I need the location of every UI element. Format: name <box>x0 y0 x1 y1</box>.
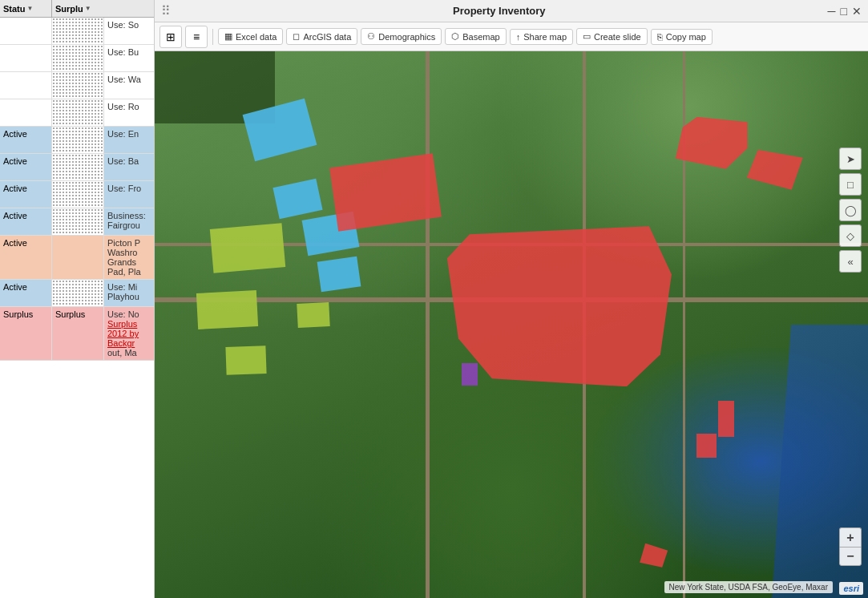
share-icon: ↑ <box>516 32 521 42</box>
surplus-cell <box>52 72 104 99</box>
layers-icon: ⊞ <box>166 30 176 43</box>
status-cell: Active <box>0 280 52 306</box>
copy-icon: ⎘ <box>657 32 663 42</box>
description-cell: Use: En <box>104 127 154 153</box>
description-cell: Use: So <box>104 18 154 44</box>
separator-1 <box>212 29 213 45</box>
road-vertical-1 <box>426 51 430 598</box>
left-table-panel: Statu ▼ Surplu ▼ Use: SoUse: BuUse: WaUs… <box>0 0 155 598</box>
surplus-cell <box>52 18 104 44</box>
table-row[interactable]: SurplusSurplusUse: NoSurplus2012 byBackg… <box>0 307 154 361</box>
excel-icon: ▦ <box>224 31 232 42</box>
surplus-cell <box>52 236 104 279</box>
excel-data-button[interactable]: ▦ Excel data <box>218 28 283 45</box>
table-row[interactable]: ActiveUse: En <box>0 127 154 154</box>
zoom-in-button[interactable]: + <box>839 527 862 547</box>
table-row[interactable]: Use: Bu <box>0 45 154 72</box>
arcgis-data-label: ArcGIS data <box>303 32 351 42</box>
description-cell: Use: Wa <box>104 72 154 99</box>
table-row[interactable]: ActiveUse: MiPlayhou <box>0 280 154 307</box>
create-slide-label: Create slide <box>594 32 641 42</box>
list-button[interactable]: ≡ <box>185 26 208 48</box>
minimize-button[interactable]: ─ <box>828 6 836 17</box>
close-button[interactable]: ✕ <box>852 6 862 17</box>
arcgis-icon: ◻ <box>293 31 300 42</box>
back-tool-button[interactable]: « <box>839 250 862 273</box>
status-cell: Active <box>0 154 52 180</box>
table-row[interactable]: Use: Wa <box>0 72 154 99</box>
arcgis-data-button[interactable]: ◻ ArcGIS data <box>286 28 357 45</box>
surplus-header-label: Surplu <box>55 4 83 14</box>
parcel-red-6[interactable] <box>696 434 717 458</box>
status-cell: Active <box>0 236 52 279</box>
parcel-green-4[interactable] <box>297 302 330 328</box>
parcel-purple[interactable] <box>462 363 478 386</box>
map-navigation-tools: ➤ □ ◯ ◇ « <box>839 147 862 273</box>
table-row[interactable]: Use: So <box>0 18 154 45</box>
parcel-blue-4[interactable] <box>317 257 361 293</box>
tag-tool-button[interactable]: ◇ <box>839 224 862 247</box>
status-cell: Active <box>0 181 52 208</box>
parcel-red-large[interactable] <box>447 226 672 386</box>
description-cell: Use: Ba <box>104 154 154 180</box>
surplus-cell <box>52 208 104 235</box>
demographics-icon: ⚇ <box>367 31 375 42</box>
map-title: Property Inventory <box>171 5 828 17</box>
map-attribution: New York State, USDA FSA, GeoEye, Maxar <box>664 581 833 593</box>
status-cell <box>0 99 52 126</box>
copy-map-label: Copy map <box>666 32 706 42</box>
parcel-red-5[interactable] <box>718 401 734 437</box>
excel-data-label: Excel data <box>236 32 277 42</box>
surplus-cell <box>52 127 104 153</box>
drag-handle-icon: ⠿ <box>161 3 171 18</box>
status-cell <box>0 45 52 71</box>
description-cell: Picton PWashroGrandsPad, Pla <box>104 236 154 279</box>
surplus-cell <box>52 99 104 126</box>
zoom-out-button[interactable]: − <box>839 547 862 566</box>
parcel-green-3[interactable] <box>225 345 266 375</box>
surplus-cell <box>52 280 104 306</box>
status-header-label: Statu <box>3 4 26 14</box>
table-header: Statu ▼ Surplu ▼ <box>0 0 154 18</box>
table-row[interactable]: Use: Ro <box>0 99 154 127</box>
layers-button[interactable]: ⊞ <box>159 26 182 48</box>
basemap-icon: ⬡ <box>451 31 459 42</box>
basemap-label: Basemap <box>462 32 499 42</box>
surplus-column-header[interactable]: Surplu ▼ <box>52 0 154 17</box>
description-cell: Use: Fro <box>104 181 154 208</box>
table-row[interactable]: ActiveBusiness:Fairgrou <box>0 208 154 236</box>
description-cell: Use: MiPlayhou <box>104 280 154 306</box>
surplus-cell <box>52 45 104 71</box>
lasso-tool-button[interactable]: ◯ <box>839 199 862 221</box>
surplus-cell <box>52 181 104 208</box>
surplus-sort-arrow: ▼ <box>85 5 91 12</box>
surplus-cell <box>52 154 104 180</box>
map-toolbar: ⊞ ≡ ▦ Excel data ◻ ArcGIS data ⚇ Demogra… <box>155 22 868 51</box>
table-row[interactable]: ActiveUse: Ba <box>0 154 154 181</box>
description-cell: Use: NoSurplus2012 byBackgrout, Ma <box>104 307 154 360</box>
parcel-green-2[interactable] <box>196 290 258 329</box>
description-cell: Business:Fairgrou <box>104 208 154 235</box>
demographics-button[interactable]: ⚇ Demographics <box>361 28 442 45</box>
arrow-tool-button[interactable]: ➤ <box>839 147 862 170</box>
rectangle-tool-button[interactable]: □ <box>839 173 862 196</box>
status-column-header[interactable]: Statu ▼ <box>0 0 52 17</box>
map-container[interactable]: ➤ □ ◯ ◇ « + − New York State, USDA FSA, … <box>155 51 868 598</box>
status-cell <box>0 72 52 99</box>
zoom-controls: + − <box>839 527 862 566</box>
map-panel: ⠿ Property Inventory ─ □ ✕ ⊞ ≡ ▦ Excel d… <box>155 0 868 598</box>
description-cell: Use: Ro <box>104 99 154 126</box>
description-cell: Use: Bu <box>104 45 154 71</box>
create-slide-button[interactable]: ▭ Create slide <box>576 28 648 45</box>
window-controls: ─ □ ✕ <box>828 6 862 17</box>
parcel-green-1[interactable] <box>210 223 285 273</box>
restore-button[interactable]: □ <box>841 6 847 17</box>
copy-map-button[interactable]: ⎘ Copy map <box>651 29 713 45</box>
status-cell: Surplus <box>0 307 52 360</box>
list-icon: ≡ <box>193 30 200 43</box>
share-map-button[interactable]: ↑ Share map <box>510 29 573 45</box>
table-row[interactable]: ActiveUse: Fro <box>0 181 154 208</box>
basemap-button[interactable]: ⬡ Basemap <box>445 28 506 45</box>
map-titlebar: ⠿ Property Inventory ─ □ ✕ <box>155 0 868 22</box>
table-row[interactable]: ActivePicton PWashroGrandsPad, Pla <box>0 236 154 280</box>
